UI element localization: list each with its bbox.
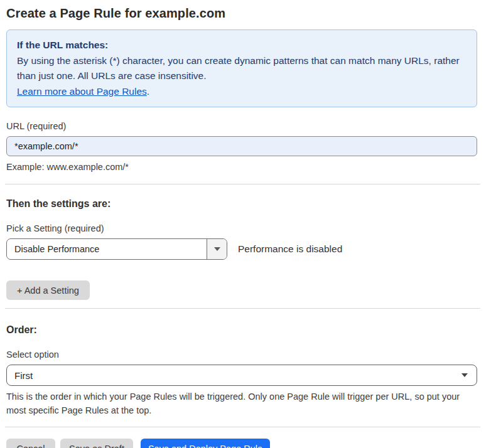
chevron-down-icon	[461, 373, 468, 377]
order-select-label: Select option	[6, 349, 477, 360]
url-field-label: URL (required)	[6, 121, 477, 131]
url-matches-info-box: If the URL matches: By using the asteris…	[6, 29, 477, 107]
link-suffix: .	[147, 86, 149, 97]
chevron-down-icon	[214, 247, 220, 251]
page-title: Create a Page Rule for example.com	[6, 6, 477, 21]
cancel-button[interactable]: Cancel	[6, 439, 55, 448]
setting-row: Disable Performance Performance is disab…	[6, 238, 477, 260]
save-and-deploy-button[interactable]: Save and Deploy Page Rule	[141, 439, 270, 448]
learn-more-link[interactable]: Learn more about Page Rules	[17, 86, 147, 97]
order-select-value: First	[14, 370, 33, 381]
action-button-row: Cancel Save as Draft Save and Deploy Pag…	[6, 439, 477, 448]
info-box-link-line: Learn more about Page Rules.	[17, 84, 466, 100]
save-as-draft-button[interactable]: Save as Draft	[60, 439, 133, 448]
order-section-heading: Order:	[6, 324, 477, 336]
info-box-heading: If the URL matches:	[17, 38, 466, 53]
divider	[5, 308, 480, 309]
settings-section-heading: Then the settings are:	[6, 198, 477, 210]
url-example-helper: Example: www.example.com/*	[6, 161, 477, 174]
create-page-rule-form: Create a Page Rule for example.com If th…	[0, 0, 496, 448]
setting-select-value: Disable Performance	[7, 239, 207, 259]
setting-status-text: Performance is disabled	[238, 243, 342, 255]
order-select[interactable]: First	[6, 365, 477, 386]
divider	[5, 184, 480, 184]
order-helper-text: This is the order in which your Page Rul…	[6, 390, 474, 417]
add-setting-button[interactable]: + Add a Setting	[6, 280, 90, 300]
setting-select-arrow-button[interactable]	[207, 239, 227, 259]
url-input[interactable]	[6, 136, 477, 156]
pick-setting-label: Pick a Setting (required)	[6, 223, 477, 233]
info-box-body: By using the asterisk (*) character, you…	[17, 53, 466, 84]
divider	[5, 427, 480, 427]
setting-select[interactable]: Disable Performance	[6, 238, 227, 260]
